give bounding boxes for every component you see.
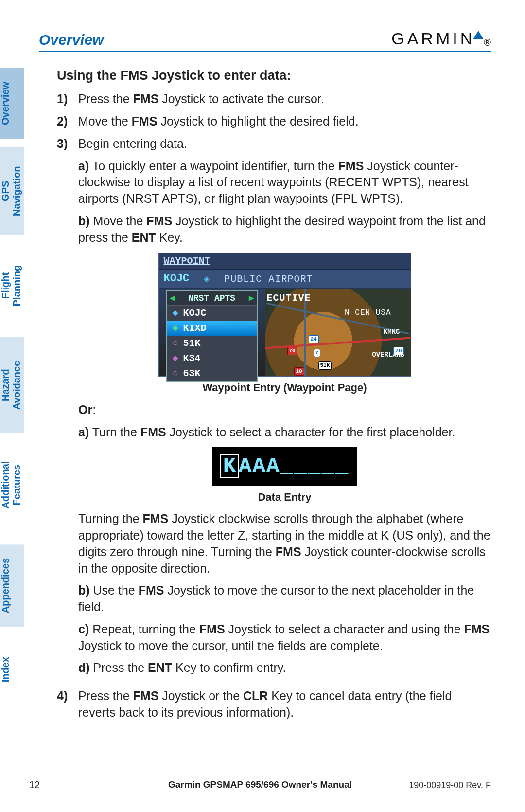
map-label-city: KMKC (384, 327, 400, 337)
or-line: Or: (78, 402, 491, 418)
road-line (265, 337, 411, 349)
label: b) (78, 583, 90, 597)
doc-revision: 190-00919-00 Rev. F (409, 780, 491, 791)
bold: FMS (338, 159, 364, 173)
subheading: Using the FMS Joystick to enter data: (57, 67, 491, 84)
tab-additional-features[interactable]: Additional Features (0, 433, 24, 536)
label: c) (78, 622, 89, 636)
alt-a: a) Turn the FMS Joystick to select a cha… (78, 424, 491, 441)
label: a) (78, 159, 89, 173)
label: b) (78, 214, 90, 228)
waypoint-map: ECUTIVE N CEN USA KMKC OVERLAND 70 24 7 … (265, 289, 411, 376)
step-body: Begin entering data. a) To quickly enter… (78, 136, 491, 682)
list-item: ◆K34 (167, 351, 257, 366)
waypoint-header-row: KOJC ◈ PUBLIC AIRPORT (159, 270, 411, 289)
waypoint-list: ◀ NRST APTS ▶ ◆KOJC ◆KIXD ○51K ◆K34 (166, 290, 258, 382)
text: Use the (90, 583, 139, 597)
code: KOJC (183, 307, 207, 320)
bold: Or (78, 403, 92, 416)
code: 51K (183, 337, 201, 350)
bold: FMS (139, 583, 164, 597)
section-title: Overview (39, 32, 104, 48)
bold: ENT (132, 231, 156, 244)
bold: CLR (243, 689, 268, 703)
diamond-icon: ◈ (204, 272, 210, 286)
substep-b: b) Move the FMS Joystick to highlight th… (78, 213, 491, 246)
step-body: Move the FMS Joystick to highlight the d… (78, 113, 491, 130)
waypoint-lower: ◀ NRST APTS ▶ ◆KOJC ◆KIXD ○51K ◆K34 (159, 289, 411, 376)
tab-flight-planning[interactable]: Flight Planning (0, 243, 24, 328)
bold: FMS (146, 214, 172, 228)
text: Key to confirm entry. (172, 661, 286, 674)
bold: FMS (133, 92, 159, 106)
figure-caption: Waypoint Entry (Waypoint Page) (78, 380, 491, 395)
text: Press the (78, 689, 133, 703)
text: Joystick or the (158, 689, 243, 703)
tab-hazard-avoidance[interactable]: Hazard Avoidance (0, 337, 24, 433)
bold: ENT (148, 661, 172, 674)
text: Move the (90, 214, 147, 228)
code: K34 (183, 352, 201, 365)
step-num: 4) (57, 688, 78, 721)
text: Press the (78, 92, 133, 106)
diamond-icon: ◆ (172, 307, 179, 320)
steps-list: 1) Press the FMS Joystick to activate th… (51, 91, 491, 721)
tab-index[interactable]: Index (0, 643, 24, 696)
tab-overview[interactable]: Overview (0, 68, 24, 139)
diamond-icon: ◆ (172, 322, 179, 335)
text: Move the (78, 114, 132, 128)
triangle-right-icon: ▶ (249, 292, 254, 304)
brand-text: GARMIN (391, 29, 475, 48)
list-item-selected: ◆KIXD (167, 321, 257, 336)
text: : (92, 403, 96, 416)
figure-waypoint-entry: WAYPOINT KOJC ◈ PUBLIC AIRPORT ◀ (78, 253, 491, 377)
bold: FMS (464, 622, 490, 636)
waypoint-type: PUBLIC AIRPORT (224, 272, 313, 286)
bold: FMS (140, 425, 166, 439)
figure-caption: Data Entry (78, 490, 491, 505)
main-content: Using the FMS Joystick to enter data: 1)… (51, 67, 491, 721)
data-entry-screenshot: KAAA_____ (212, 447, 357, 486)
text: Joystick to move the cursor, until the f… (78, 639, 383, 652)
tab-gps-navigation[interactable]: GPS Navigation (0, 147, 24, 235)
list-header-text: NRST APTS (188, 292, 235, 304)
text: Repeat, turning the (89, 622, 199, 636)
text: Joystick to select a character for the f… (166, 425, 455, 439)
code: 63K (183, 367, 201, 380)
para-turning: Turning the FMS Joystick clockwise scrol… (78, 511, 491, 577)
entry-rest: AAA_____ (239, 454, 349, 478)
figure-data-entry: KAAA_____ (78, 447, 491, 486)
text: Begin entering data. (78, 137, 187, 150)
brand-registered: ® (484, 37, 491, 48)
brand-triangle-icon (473, 31, 484, 39)
step-num: 3) (57, 136, 78, 682)
alt-c: c) Repeat, turning the FMS Joystick to s… (78, 621, 491, 654)
triangle-left-icon: ◀ (170, 292, 175, 304)
tab-appendices[interactable]: Appendices (0, 544, 24, 627)
circle-icon: ○ (172, 337, 179, 350)
step-1: 1) Press the FMS Joystick to activate th… (57, 91, 491, 108)
list-item: ○51K (167, 336, 257, 351)
text: Turning the (78, 512, 142, 525)
bold: FMS (133, 689, 159, 703)
map-label-ecutive: ECUTIVE (267, 291, 311, 305)
text: Joystick to select a character and using… (225, 622, 464, 636)
page-header: Overview GARMIN ® (39, 29, 491, 52)
page-footer: 12 Garmin GPSMAP 695/696 Owner's Manual … (29, 779, 491, 791)
bold: FMS (276, 545, 301, 559)
highway-shield-icon: 24 (309, 335, 319, 343)
highway-shield-icon: 7 (314, 349, 321, 357)
list-item: ◆KOJC (167, 306, 257, 321)
alt-b: b) Use the FMS Joystick to move the curs… (78, 582, 491, 615)
entry-cursor-char: K (220, 454, 239, 478)
alt-d: d) Press the ENT Key to confirm entry. (78, 660, 491, 676)
text: Turn the (89, 425, 140, 439)
bold: FMS (142, 512, 168, 525)
text: Key. (156, 231, 183, 244)
text: To quickly enter a waypoint identifier, … (89, 159, 338, 173)
highway-shield-icon: 78 (393, 347, 403, 355)
bold: FMS (199, 622, 225, 636)
step-num: 2) (57, 113, 78, 130)
list-item: ○63K (167, 366, 257, 381)
step-body: Press the FMS Joystick to activate the c… (78, 91, 491, 108)
